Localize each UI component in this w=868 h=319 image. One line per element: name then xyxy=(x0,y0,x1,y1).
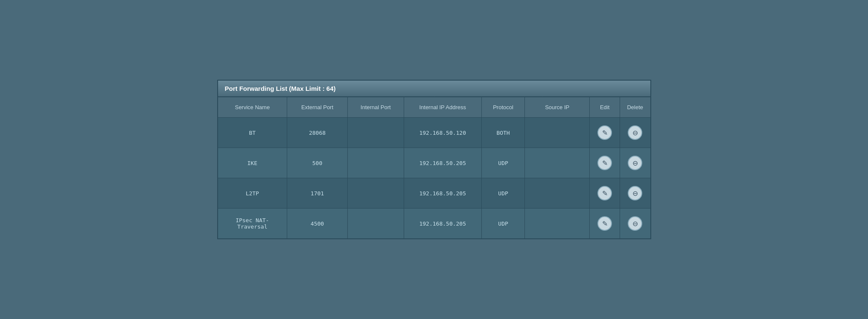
cell-internal-ip: 192.168.50.205 xyxy=(404,178,481,209)
cell-edit: ✎ xyxy=(590,209,620,239)
cell-protocol: UDP xyxy=(481,148,524,178)
cell-service-name: IKE xyxy=(218,148,287,178)
cell-internal-ip: 192.168.50.205 xyxy=(404,209,481,239)
table-header-row: Service Name External Port Internal Port… xyxy=(218,97,650,118)
cell-source-ip xyxy=(525,148,590,178)
col-header-edit: Edit xyxy=(590,97,620,118)
port-forwarding-table: Service Name External Port Internal Port… xyxy=(218,97,650,238)
cell-service-name: IPsec NAT-Traversal xyxy=(218,209,287,239)
delete-button[interactable]: ⊖ xyxy=(628,156,642,170)
col-header-protocol: Protocol xyxy=(481,97,524,118)
col-header-internal-ip: Internal IP Address xyxy=(404,97,481,118)
delete-button[interactable]: ⊖ xyxy=(628,125,642,140)
cell-internal-port xyxy=(347,178,404,209)
table-row: BT28068192.168.50.120BOTH✎⊖ xyxy=(218,118,650,148)
cell-internal-port xyxy=(347,148,404,178)
cell-internal-ip: 192.168.50.120 xyxy=(404,118,481,148)
cell-delete: ⊖ xyxy=(620,118,650,148)
col-header-service-name: Service Name xyxy=(218,97,287,118)
col-header-delete: Delete xyxy=(620,97,650,118)
cell-protocol: UDP xyxy=(481,178,524,209)
cell-external-port: 500 xyxy=(287,148,348,178)
cell-source-ip xyxy=(525,209,590,239)
edit-button[interactable]: ✎ xyxy=(597,186,612,200)
cell-external-port: 28068 xyxy=(287,118,348,148)
page-title: Port Forwarding List (Max Limit : 64) xyxy=(225,85,336,92)
col-header-internal-port: Internal Port xyxy=(347,97,404,118)
delete-button[interactable]: ⊖ xyxy=(628,186,642,200)
cell-service-name: L2TP xyxy=(218,178,287,209)
table-body: BT28068192.168.50.120BOTH✎⊖IKE500192.168… xyxy=(218,118,650,239)
col-header-source-ip: Source IP xyxy=(525,97,590,118)
table-row: IPsec NAT-Traversal4500192.168.50.205UDP… xyxy=(218,209,650,239)
cell-delete: ⊖ xyxy=(620,209,650,239)
cell-external-port: 4500 xyxy=(287,209,348,239)
cell-protocol: UDP xyxy=(481,209,524,239)
cell-edit: ✎ xyxy=(590,118,620,148)
cell-edit: ✎ xyxy=(590,178,620,209)
title-bar: Port Forwarding List (Max Limit : 64) xyxy=(218,81,650,97)
delete-button[interactable]: ⊖ xyxy=(628,216,642,231)
edit-button[interactable]: ✎ xyxy=(597,216,612,231)
cell-internal-port xyxy=(347,209,404,239)
cell-source-ip xyxy=(525,178,590,209)
col-header-external-port: External Port xyxy=(287,97,348,118)
cell-edit: ✎ xyxy=(590,148,620,178)
table-row: IKE500192.168.50.205UDP✎⊖ xyxy=(218,148,650,178)
cell-service-name: BT xyxy=(218,118,287,148)
cell-external-port: 1701 xyxy=(287,178,348,209)
cell-source-ip xyxy=(525,118,590,148)
edit-button[interactable]: ✎ xyxy=(597,156,612,170)
cell-internal-port xyxy=(347,118,404,148)
cell-internal-ip: 192.168.50.205 xyxy=(404,148,481,178)
cell-delete: ⊖ xyxy=(620,148,650,178)
edit-button[interactable]: ✎ xyxy=(597,125,612,140)
cell-protocol: BOTH xyxy=(481,118,524,148)
port-forwarding-container: Port Forwarding List (Max Limit : 64) Se… xyxy=(217,80,651,239)
table-row: L2TP1701192.168.50.205UDP✎⊖ xyxy=(218,178,650,209)
cell-delete: ⊖ xyxy=(620,178,650,209)
